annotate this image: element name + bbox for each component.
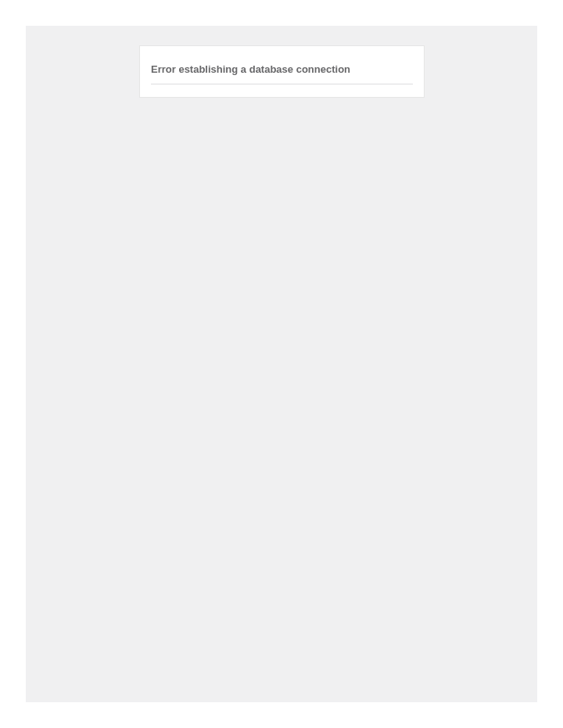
error-title: Error establishing a database connection xyxy=(151,63,413,84)
error-box: Error establishing a database connection xyxy=(139,45,425,98)
page-container: Error establishing a database connection xyxy=(26,26,537,702)
